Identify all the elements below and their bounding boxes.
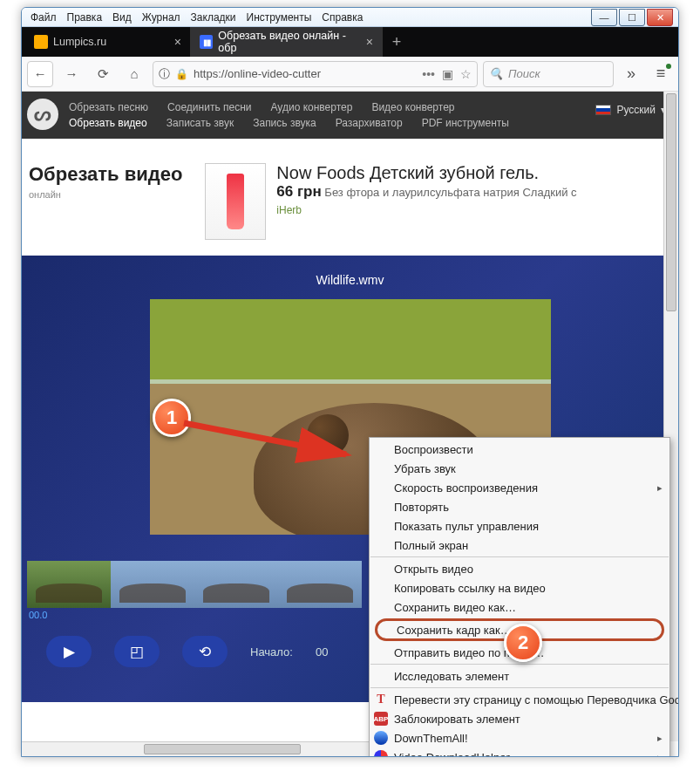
window-controls: — ☐ ✕: [591, 9, 673, 26]
translate-icon: T: [374, 693, 388, 706]
tab-lumpics[interactable]: Lumpics.ru ×: [25, 27, 191, 57]
ctx-fullscreen[interactable]: Полный экран: [370, 536, 669, 555]
site-logo-icon[interactable]: ᔕ: [27, 99, 58, 130]
play-button[interactable]: ▶: [46, 636, 92, 667]
favicon-icon: [200, 35, 213, 49]
ctx-repeat[interactable]: Повторять: [370, 497, 669, 516]
viewport: ᔕ Обрезать песню Соединить песни Аудио к…: [22, 92, 678, 756]
menu-bookmarks[interactable]: Закладки: [186, 10, 241, 25]
abp-icon: ABP: [374, 712, 388, 726]
menu-history[interactable]: Журнал: [137, 10, 186, 25]
site-info-icon[interactable]: ⓘ: [159, 66, 170, 82]
page-title: Обрезать видео онлайн: [29, 163, 182, 201]
ctx-separator: [370, 687, 669, 688]
ctx-translate[interactable]: TПеревести эту страницу с помощью Перево…: [370, 690, 669, 709]
menubar: Файл Правка Вид Журнал Закладки Инструме…: [22, 8, 678, 27]
minimize-button[interactable]: —: [591, 9, 617, 26]
nav-cut-video[interactable]: Обрезать видео: [69, 117, 147, 129]
nav-pdf-tools[interactable]: PDF инструменты: [422, 117, 509, 129]
timeline-thumb[interactable]: [278, 561, 362, 608]
language-label: Русский: [616, 104, 656, 116]
back-button[interactable]: ←: [27, 61, 53, 87]
ad-price: 66 грн: [276, 183, 321, 200]
ad-title: Now Foods Детский зубной гель.: [276, 163, 576, 183]
forward-button[interactable]: →: [58, 61, 85, 87]
menu-tools[interactable]: Инструменты: [241, 10, 317, 25]
close-icon[interactable]: ×: [366, 35, 373, 49]
context-menu: Воспроизвести Убрать звук Скорость воспр…: [369, 437, 670, 756]
overflow-button[interactable]: »: [619, 62, 643, 86]
nav-join-songs[interactable]: Соединить песни: [167, 101, 251, 113]
ctx-vdh[interactable]: Video DownloadHelper: [370, 747, 669, 756]
search-placeholder: Поиск: [508, 67, 540, 80]
dta-icon: [374, 731, 388, 745]
new-tab-button[interactable]: +: [383, 27, 411, 57]
ctx-show-controls[interactable]: Показать пульт управления: [370, 516, 669, 536]
video-filename: Wildlife.wmv: [22, 273, 678, 287]
tab-video-cutter[interactable]: Обрезать видео онлайн - обр ×: [191, 27, 383, 57]
flag-ru-icon: [595, 105, 611, 115]
reload-button[interactable]: ⟳: [90, 61, 116, 87]
timeline-thumb[interactable]: [27, 561, 111, 608]
timeline-thumb[interactable]: [194, 561, 278, 608]
page-header: Обрезать видео онлайн Now Foods Детский …: [22, 139, 678, 256]
ad-banner[interactable]: Now Foods Детский зубной гель. 66 грн Бе…: [205, 163, 576, 240]
vdh-icon: [374, 750, 388, 756]
rotate-button[interactable]: ⟲: [182, 636, 228, 667]
hamburger-menu-button[interactable]: ≡: [649, 62, 673, 86]
search-box[interactable]: 🔍 Поиск: [483, 61, 614, 87]
nav-unarchiver[interactable]: Разархиватор: [336, 117, 403, 129]
timeline-thumb[interactable]: [111, 561, 194, 608]
favicon-icon: [34, 35, 48, 49]
annotation-badge-2: 2: [504, 624, 542, 662]
tab-strip: Lumpics.ru × Обрезать видео онлайн - обр…: [22, 27, 678, 57]
nav-video-converter[interactable]: Видео конвертер: [371, 101, 454, 113]
scroll-thumb[interactable]: [144, 744, 301, 754]
maximize-button[interactable]: ☐: [619, 9, 645, 26]
bookmark-star-icon[interactable]: ☆: [460, 67, 472, 81]
scroll-thumb[interactable]: [666, 93, 676, 311]
ctx-downthemall[interactable]: DownThemAll!: [370, 728, 669, 747]
url-text: https://online-video-cutter: [194, 67, 321, 80]
menu-help[interactable]: Справка: [316, 10, 368, 25]
language-selector[interactable]: Русский ▾: [595, 104, 666, 116]
ctx-copy-link[interactable]: Копировать ссылку на видео: [370, 578, 669, 597]
ad-text: Now Foods Детский зубной гель. 66 грн Бе…: [276, 163, 576, 216]
page-subtitle: онлайн: [29, 189, 61, 200]
page-title-text: Обрезать видео: [29, 163, 182, 186]
ad-description: Без фтора и лаурилсульфата натрия Сладки…: [324, 186, 576, 199]
ctx-separator: [370, 556, 669, 557]
tab-label: Обрезать видео онлайн - обр: [218, 30, 361, 54]
search-icon: 🔍: [489, 67, 503, 80]
nav-audio-converter[interactable]: Аудио конвертер: [270, 101, 352, 113]
lock-icon: 🔒: [175, 68, 188, 80]
home-button[interactable]: ⌂: [121, 61, 147, 87]
start-time-value: 00: [316, 645, 328, 659]
site-nav: ᔕ Обрезать песню Соединить песни Аудио к…: [22, 92, 678, 139]
menu-file[interactable]: Файл: [25, 10, 62, 25]
start-time-label: Начало:: [250, 645, 293, 659]
close-icon[interactable]: ×: [174, 35, 181, 49]
ctx-open-video[interactable]: Открыть видео: [370, 559, 669, 578]
ctx-block-element[interactable]: ABPЗаблокировать элемент: [370, 709, 669, 728]
nav-sound-recording[interactable]: Запись звука: [253, 117, 316, 129]
more-icon[interactable]: •••: [422, 67, 435, 81]
toolbar: ← → ⟳ ⌂ ⓘ 🔒 https://online-video-cutter …: [22, 57, 678, 92]
window-close-button[interactable]: ✕: [647, 9, 673, 26]
nav-cut-song[interactable]: Обрезать песню: [69, 101, 148, 113]
reader-icon[interactable]: ▣: [442, 67, 453, 81]
ctx-save-video-as[interactable]: Сохранить видео как…: [370, 597, 669, 617]
menu-view[interactable]: Вид: [107, 10, 137, 25]
ad-brand: iHerb: [276, 204, 576, 216]
ctx-inspect[interactable]: Исследовать элемент: [370, 666, 669, 686]
menu-edit[interactable]: Правка: [62, 10, 108, 25]
crop-button[interactable]: ◰: [114, 636, 160, 667]
ctx-speed[interactable]: Скорость воспроизведения: [370, 478, 669, 497]
browser-window: — ☐ ✕ Файл Правка Вид Журнал Закладки Ин…: [21, 7, 679, 757]
ad-image: [205, 163, 266, 240]
nav-record-sound[interactable]: Записать звук: [167, 117, 234, 129]
ctx-play[interactable]: Воспроизвести: [370, 440, 669, 459]
ctx-mute[interactable]: Убрать звук: [370, 459, 669, 478]
annotation-badge-1: 1: [153, 399, 191, 437]
url-bar[interactable]: ⓘ 🔒 https://online-video-cutter ••• ▣ ☆: [153, 61, 478, 87]
